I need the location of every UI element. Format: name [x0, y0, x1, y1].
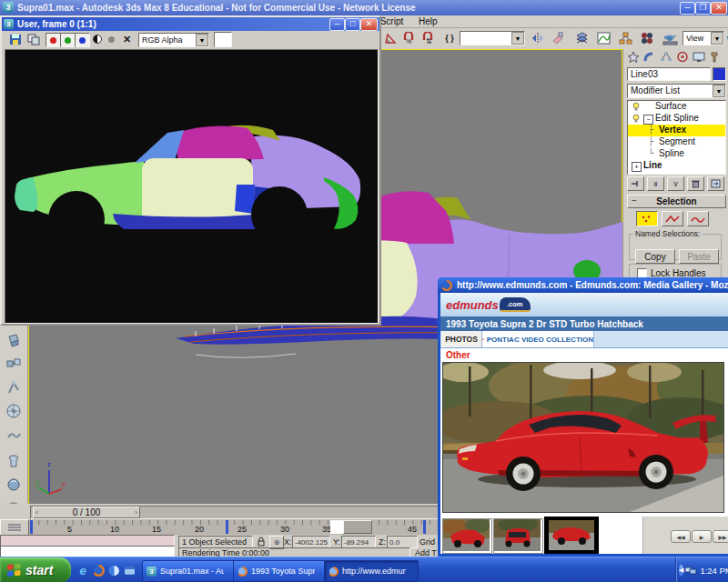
tab-utilities[interactable] [707, 50, 723, 64]
render-maximize-button[interactable]: □ [345, 18, 360, 31]
tab-modify[interactable] [642, 50, 658, 64]
mirror-icon[interactable] [530, 30, 546, 46]
stack-row-edit-spline[interactable]: − Edit Spline [628, 113, 725, 125]
named-selection-sets-icon[interactable]: { } [442, 30, 457, 46]
time-slider-handle[interactable]: ‹ 0 / 100 › [33, 507, 140, 518]
clone-window-icon[interactable] [25, 33, 41, 46]
object-color-swatch[interactable] [713, 67, 726, 81]
start-button[interactable]: start [0, 557, 71, 582]
taskbar-button-max[interactable]: 3 Supra01.max - Autod... [142, 560, 237, 582]
object-name-field[interactable]: Line03 [627, 67, 711, 81]
reactor-rigidbody-icon[interactable] [3, 329, 25, 351]
reactor-constraint-icon[interactable] [3, 353, 25, 375]
save-image-icon[interactable] [7, 33, 23, 46]
bulb-icon [632, 102, 641, 112]
tab-photos[interactable]: PHOTOS [441, 331, 482, 347]
firefox-titlebar[interactable]: http://www.edmunds.com - Edmunds.com: Me… [438, 277, 728, 293]
tray-chevron-icon[interactable]: ◀ [679, 565, 683, 577]
render-setup-icon[interactable] [661, 30, 679, 46]
stack-row-surface[interactable]: Surface [628, 101, 725, 113]
stack-row-line[interactable]: + Line [628, 160, 725, 172]
paste-selection-button[interactable]: Paste [679, 249, 719, 264]
taskbar-button-firefox-1[interactable]: 1993 Toyota Supra pi... [233, 560, 328, 582]
red-channel-button[interactable] [46, 33, 61, 47]
show-end-result-button[interactable]: ‖ [647, 176, 664, 191]
y-coord-field[interactable]: -89.294 [341, 536, 376, 548]
configure-modifier-sets-button[interactable] [707, 176, 724, 191]
max-app-icon: 3 [147, 567, 157, 577]
vertex-subobject-button[interactable] [636, 211, 658, 226]
taskbar-button-firefox-2[interactable]: http://www.edmunds... [324, 560, 419, 582]
reactor-softbody-icon[interactable] [3, 474, 25, 496]
thumbnail-3-selected[interactable] [544, 517, 599, 554]
clear-image-button[interactable]: ✕ [120, 33, 134, 45]
x-coord-field[interactable]: -4002.125 [292, 536, 330, 548]
pin-stack-button[interactable] [627, 176, 644, 191]
schematic-view-icon[interactable] [617, 30, 633, 46]
max-close-button[interactable]: ✕ [711, 2, 727, 15]
firefox-icon [329, 567, 339, 577]
mini-curve-editor-button[interactable] [0, 519, 29, 536]
tab-display[interactable] [691, 50, 707, 64]
tab-hierarchy[interactable] [658, 50, 674, 64]
segment-subobject-button[interactable] [662, 211, 683, 226]
thumbnail-2[interactable] [493, 518, 543, 554]
menu-help[interactable]: Help [419, 16, 438, 26]
stack-row-segment[interactable]: ├ Segment [628, 136, 725, 148]
gallery-next-button[interactable]: ▶▶ [713, 530, 728, 543]
max-titlebar[interactable]: 3 Supra01.max - Autodesk 3ds Max 8 Educa… [0, 0, 728, 15]
quick-render-icon[interactable] [723, 30, 728, 46]
spline-subobject-button[interactable] [687, 211, 709, 226]
max-restore-button[interactable]: ❐ [695, 2, 711, 15]
media-player-icon[interactable] [107, 563, 120, 577]
percent-snap-icon[interactable]: % [401, 30, 418, 46]
blue-channel-button[interactable] [75, 33, 90, 47]
status-prompt-field: 1 Object Selected [178, 536, 253, 548]
layer-manager-icon[interactable] [573, 30, 590, 46]
network-status-icon[interactable] [685, 566, 697, 576]
stack-row-vertex[interactable]: ├ Vertex [628, 125, 725, 136]
render-close-button[interactable]: ✕ [360, 18, 378, 31]
spinner-snap-icon[interactable]: ⇅ [420, 30, 437, 46]
tab-pontiac-video[interactable]: PONTIAC VIDEO COLLECTION [482, 331, 594, 347]
named-selection-dropdown[interactable]: ▼ [460, 31, 525, 45]
edmunds-logo[interactable]: edmunds .com [446, 297, 531, 312]
max-minimize-button[interactable]: ─ [680, 2, 695, 15]
reactor-wheel-icon[interactable] [3, 400, 25, 422]
remove-modifier-button[interactable] [687, 176, 704, 191]
reactor-cloth-icon[interactable] [3, 450, 25, 472]
tab-motion[interactable] [674, 50, 691, 64]
green-channel-button[interactable] [60, 33, 76, 47]
firefox-quicklaunch-icon[interactable] [92, 563, 105, 577]
firefox-window: http://www.edmunds.com - Edmunds.com: Me… [438, 277, 728, 557]
make-unique-button[interactable]: ∨ [667, 176, 684, 191]
track-bar-thumb[interactable] [343, 520, 372, 534]
reactor-spring-icon[interactable] [3, 424, 25, 446]
z-coord-field[interactable]: 0.0 [387, 536, 418, 548]
angle-snap-icon[interactable] [382, 30, 399, 46]
expand-box-icon[interactable]: + [632, 162, 642, 172]
align-icon[interactable] [550, 30, 566, 46]
gallery-play-button[interactable]: ▶ [692, 530, 712, 543]
monochrome-button[interactable] [90, 33, 104, 45]
selection-rollout-header[interactable]: − Selection [627, 195, 726, 208]
material-editor-icon[interactable] [639, 30, 655, 46]
tab-create[interactable] [625, 50, 642, 64]
selection-lock-icon[interactable] [255, 536, 267, 547]
gallery-prev-button[interactable]: ◀◀ [671, 530, 691, 543]
msn-icon[interactable] [123, 563, 136, 577]
channel-display-dropdown[interactable]: RGB Alpha ▼ [138, 33, 209, 47]
thumbnail-1[interactable] [442, 518, 492, 554]
clear-color-swatch[interactable] [214, 32, 232, 47]
alpha-channel-button[interactable] [105, 33, 118, 45]
stack-row-spline[interactable]: └ Spline [628, 148, 725, 160]
reactor-hinge-icon[interactable] [3, 376, 25, 398]
copy-selection-button[interactable]: Copy [635, 249, 675, 264]
render-window-titlebar[interactable]: 3 User, frame 0 (1:1) ─ □ ✕ [2, 17, 379, 31]
curve-editor-icon[interactable] [595, 30, 612, 46]
modifier-list-dropdown[interactable]: Modifier List ▼ [627, 84, 726, 98]
collapse-box-icon[interactable]: − [643, 115, 653, 125]
internet-explorer-icon[interactable]: e [76, 563, 89, 577]
render-minimize-button[interactable]: ─ [329, 18, 345, 31]
render-view-dropdown[interactable]: View ▼ [682, 31, 724, 45]
